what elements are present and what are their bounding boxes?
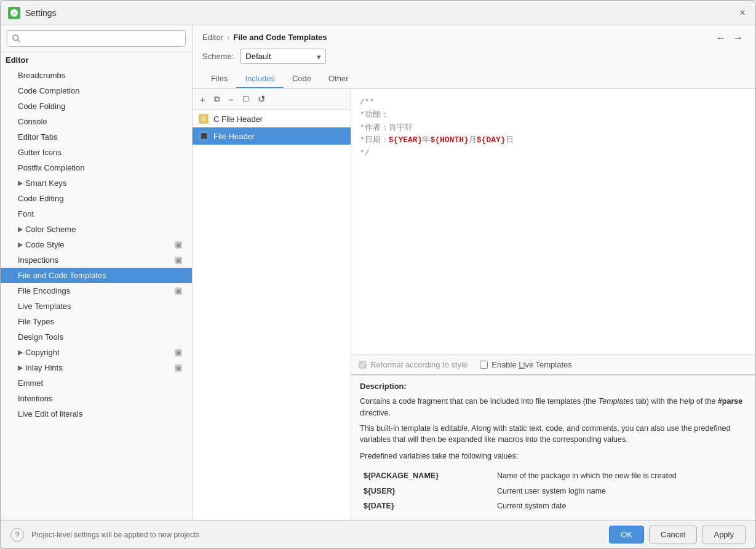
search-box <box>1 25 192 52</box>
color-scheme-label: Color Scheme <box>25 225 76 234</box>
file-and-code-templates-label: File and Code Templates <box>18 271 106 280</box>
sidebar-item-editor-tabs[interactable]: Editor Tabs <box>1 129 192 145</box>
sidebar-item-live-edit-of-literals[interactable]: Live Edit of literals <box>1 406 192 422</box>
copy-template-button[interactable]: ⧉ <box>212 93 222 105</box>
smart-keys-label: Smart Keys <box>25 178 66 188</box>
tabs: Files Includes Code Other <box>202 70 746 88</box>
sidebar-item-code-editing[interactable]: Code Editing <box>1 191 192 206</box>
nav-back-button[interactable]: ← <box>714 31 728 45</box>
reset-template-button[interactable]: ↺ <box>255 92 268 106</box>
table-row: ${USER} Current user system login name <box>360 484 747 499</box>
font-label: Font <box>18 209 34 218</box>
scheme-label: Scheme: <box>202 52 234 61</box>
code-folding-label: Code Folding <box>18 102 65 111</box>
description-title: Description: <box>360 382 747 391</box>
live-edit-label: Live Edit of literals <box>18 409 83 419</box>
nav-forward-button[interactable]: → <box>731 31 746 45</box>
sidebar-item-postfix-completion[interactable]: Postfix Completion <box>1 160 192 175</box>
remove-template-button[interactable]: − <box>226 93 236 106</box>
duplicate-template-button[interactable]: ☐ <box>240 94 252 105</box>
cancel-button[interactable]: Cancel <box>649 526 697 543</box>
tab-files[interactable]: Files <box>202 70 236 88</box>
status-text: Project-level settings will be applied t… <box>31 531 602 539</box>
tab-other[interactable]: Other <box>320 70 357 88</box>
table-row: ${DATE} Current system date <box>360 499 747 514</box>
sidebar-item-file-encodings[interactable]: File Encodings ▣ <box>1 283 192 299</box>
color-scheme-arrow: ▶ <box>18 225 23 233</box>
editor-tabs-label: Editor Tabs <box>18 132 58 142</box>
tab-includes[interactable]: Includes <box>236 70 283 88</box>
breadcrumb-parent: Editor <box>202 33 223 42</box>
apply-button[interactable]: Apply <box>702 526 746 543</box>
code-style-scroll-indicator: ▣ <box>175 241 182 249</box>
code-editor[interactable]: /** *功能： *作者：肖宇轩 *日期：${YEAR}年${HONTH}月${… <box>351 89 755 355</box>
file-header-label: File Header <box>213 132 255 141</box>
code-editing-label: Code Editing <box>18 194 63 203</box>
inlay-hints-scroll-indicator: ▣ <box>175 364 182 372</box>
sidebar-item-inspections[interactable]: Inspections ▣ <box>1 252 192 268</box>
emmet-label: Emmet <box>18 379 43 388</box>
file-item-c-file-header[interactable]: C C File Header <box>193 110 351 127</box>
sidebar-item-inlay-hints[interactable]: ▶ Inlay Hints ▣ <box>1 360 192 375</box>
postfix-completion-label: Postfix Completion <box>18 163 84 172</box>
add-template-button[interactable]: + <box>197 93 208 106</box>
sidebar-item-code-completion[interactable]: Code Completion <box>1 83 192 98</box>
close-button[interactable]: × <box>737 7 748 18</box>
main-header: Editor › File and Code Templates ← → Sch… <box>193 25 755 89</box>
panel-area: + ⧉ − ☐ ↺ C C File Header ⬛ File He <box>193 89 755 520</box>
inspections-scroll-indicator: ▣ <box>175 257 182 264</box>
sidebar-item-smart-keys[interactable]: ▶ Smart Keys <box>1 175 192 191</box>
inlay-hints-label: Inlay Hints <box>25 363 63 372</box>
description-text: Contains a code fragment that can be inc… <box>360 396 747 514</box>
live-templates-checkbox[interactable] <box>480 361 488 369</box>
sidebar-item-code-folding[interactable]: Code Folding <box>1 98 192 114</box>
main-content: Editor Breadcrumbs Code Completion Code … <box>1 25 755 520</box>
sidebar-item-copyright[interactable]: ▶ Copyright ▣ <box>1 345 192 360</box>
sidebar-item-emmet[interactable]: Emmet <box>1 375 192 391</box>
var-desc-3: Current system date <box>493 499 747 514</box>
file-list-panel: + ⧉ − ☐ ↺ C C File Header ⬛ File He <box>193 89 351 520</box>
description-para2: This built-in template is editable. Alon… <box>360 423 747 446</box>
sidebar-scroll-area: Editor Breadcrumbs Code Completion Code … <box>1 52 192 520</box>
sidebar-item-font[interactable]: Font <box>1 206 192 222</box>
sidebar-item-code-style[interactable]: ▶ Code Style ▣ <box>1 237 192 252</box>
sidebar-item-file-types[interactable]: File Types <box>1 314 192 329</box>
ok-button[interactable]: OK <box>609 526 644 543</box>
sidebar-item-editor[interactable]: Editor <box>1 52 192 68</box>
copyright-label: Copyright <box>25 348 60 357</box>
app-icon: A <box>8 7 20 19</box>
file-encodings-scroll-indicator: ▣ <box>175 287 182 295</box>
sidebar-item-design-tools[interactable]: Design Tools <box>1 329 192 345</box>
search-input[interactable] <box>7 30 186 47</box>
reformat-checkbox[interactable] <box>359 361 367 369</box>
help-button[interactable]: ? <box>10 528 24 542</box>
copyright-arrow: ▶ <box>18 348 23 356</box>
settings-window: A Settings × Editor Breadcrumbs <box>0 0 756 549</box>
variables-table: ${PACKAGE_NAME} Name of the package in w… <box>360 468 747 514</box>
reformat-option: Reformat according to style <box>359 360 468 369</box>
file-types-label: File Types <box>18 317 54 326</box>
file-item-file-header[interactable]: ⬛ File Header <box>193 127 351 145</box>
editor-label: Editor <box>6 55 29 65</box>
sidebar-item-breadcrumbs[interactable]: Breadcrumbs <box>1 68 192 83</box>
var-desc-2: Current user system login name <box>493 484 747 499</box>
file-list-toolbar: + ⧉ − ☐ ↺ <box>193 89 351 110</box>
sidebar-item-live-templates[interactable]: Live Templates <box>1 299 192 314</box>
inspections-label: Inspections <box>18 255 58 265</box>
description-para3: Predefined variables take the following … <box>360 451 747 462</box>
sidebar-item-gutter-icons[interactable]: Gutter Icons <box>1 145 192 160</box>
tab-code[interactable]: Code <box>284 70 320 88</box>
code-panel: /** *功能： *作者：肖宇轩 *日期：${YEAR}年${HONTH}月${… <box>351 89 755 520</box>
sidebar-item-intentions[interactable]: Intentions <box>1 391 192 406</box>
main-panel: Editor › File and Code Templates ← → Sch… <box>193 25 755 520</box>
file-header-icon: ⬛ <box>199 131 209 141</box>
table-row: ${PACKAGE_NAME} Name of the package in w… <box>360 468 747 484</box>
breadcrumb-separator: › <box>227 33 229 42</box>
sidebar-item-console[interactable]: Console <box>1 114 192 129</box>
console-label: Console <box>18 117 47 126</box>
sidebar-item-color-scheme[interactable]: ▶ Color Scheme <box>1 222 192 237</box>
scheme-select[interactable]: Default <box>240 49 326 64</box>
window-title: Settings <box>25 8 737 18</box>
description-para1: Contains a code fragment that can be inc… <box>360 396 747 419</box>
sidebar-item-file-and-code-templates[interactable]: File and Code Templates <box>1 268 192 283</box>
